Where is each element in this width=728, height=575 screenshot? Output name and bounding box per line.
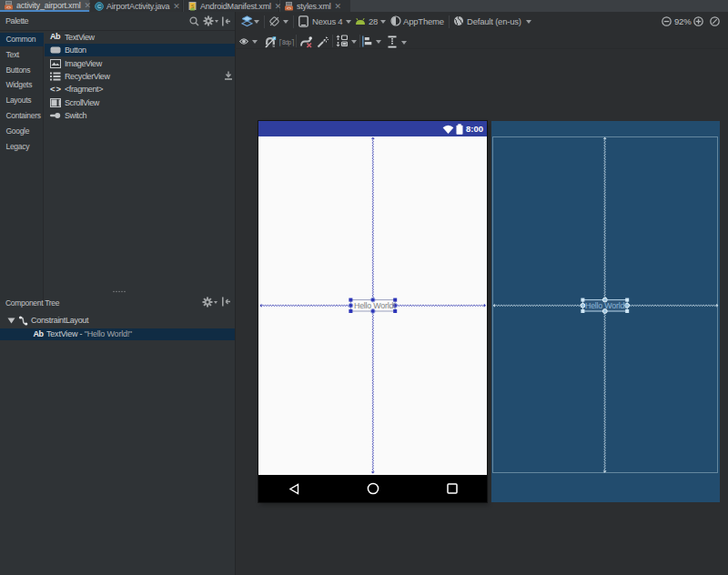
svg-text:<>: <> — [287, 6, 291, 11]
svg-text:<>: <> — [6, 5, 11, 10]
